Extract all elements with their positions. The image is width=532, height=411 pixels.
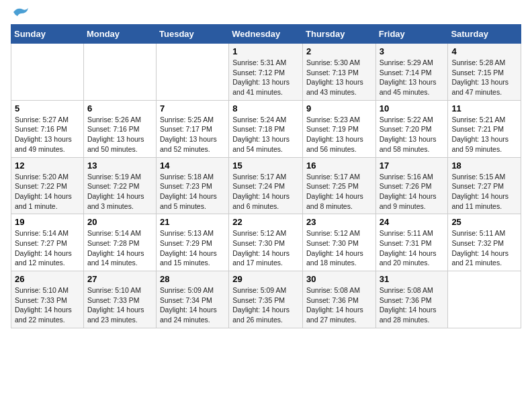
day-number: 19 [15,217,80,227]
day-cell: 8Sunrise: 5:24 AM Sunset: 7:18 PM Daylig… [229,100,303,157]
day-number: 21 [160,217,225,227]
day-cell [11,44,84,101]
day-number: 12 [15,161,80,171]
header-wednesday: Wednesday [229,25,303,44]
day-number: 4 [451,46,517,56]
header-sunday: Sunday [11,25,84,44]
day-cell: 4Sunrise: 5:28 AM Sunset: 7:15 PM Daylig… [448,44,521,101]
page-header [11,11,521,19]
day-number: 28 [160,274,225,284]
day-number: 16 [306,161,372,171]
day-detail: Sunrise: 5:12 AM Sunset: 7:30 PM Dayligh… [232,228,299,268]
day-cell: 12Sunrise: 5:20 AM Sunset: 7:22 PM Dayli… [11,157,84,214]
day-detail: Sunrise: 5:17 AM Sunset: 7:25 PM Dayligh… [306,172,372,212]
day-detail: Sunrise: 5:15 AM Sunset: 7:27 PM Dayligh… [451,172,517,212]
day-detail: Sunrise: 5:31 AM Sunset: 7:12 PM Dayligh… [232,58,299,97]
day-cell: 18Sunrise: 5:15 AM Sunset: 7:27 PM Dayli… [448,157,521,214]
day-detail: Sunrise: 5:21 AM Sunset: 7:21 PM Dayligh… [451,115,517,154]
day-cell: 16Sunrise: 5:17 AM Sunset: 7:25 PM Dayli… [303,157,376,214]
day-number: 8 [232,103,299,113]
day-number: 20 [87,217,152,227]
day-detail: Sunrise: 5:14 AM Sunset: 7:27 PM Dayligh… [15,228,80,268]
day-detail: Sunrise: 5:25 AM Sunset: 7:17 PM Dayligh… [160,115,225,154]
day-detail: Sunrise: 5:22 AM Sunset: 7:20 PM Dayligh… [380,115,445,154]
day-number: 2 [306,46,372,56]
day-cell: 2Sunrise: 5:30 AM Sunset: 7:13 PM Daylig… [303,44,376,101]
day-number: 30 [306,274,372,284]
day-cell: 9Sunrise: 5:23 AM Sunset: 7:19 PM Daylig… [303,100,376,157]
day-detail: Sunrise: 5:23 AM Sunset: 7:19 PM Dayligh… [306,115,372,154]
day-cell: 14Sunrise: 5:18 AM Sunset: 7:23 PM Dayli… [157,157,229,214]
day-detail: Sunrise: 5:16 AM Sunset: 7:26 PM Dayligh… [380,172,445,212]
day-detail: Sunrise: 5:09 AM Sunset: 7:35 PM Dayligh… [232,285,299,325]
day-number: 7 [160,103,225,113]
logo-icon [12,5,30,19]
week-row-1: 1Sunrise: 5:31 AM Sunset: 7:12 PM Daylig… [11,44,521,101]
day-detail: Sunrise: 5:30 AM Sunset: 7:13 PM Dayligh… [306,58,372,97]
day-number: 11 [451,103,517,113]
day-cell: 30Sunrise: 5:08 AM Sunset: 7:36 PM Dayli… [303,271,376,328]
day-detail: Sunrise: 5:08 AM Sunset: 7:36 PM Dayligh… [306,285,372,325]
day-detail: Sunrise: 5:20 AM Sunset: 7:22 PM Dayligh… [15,172,80,212]
day-cell: 11Sunrise: 5:21 AM Sunset: 7:21 PM Dayli… [448,100,521,157]
day-detail: Sunrise: 5:13 AM Sunset: 7:29 PM Dayligh… [160,228,225,268]
day-number: 17 [380,161,445,171]
day-detail: Sunrise: 5:19 AM Sunset: 7:22 PM Dayligh… [87,172,152,212]
day-number: 24 [380,217,445,227]
day-cell: 5Sunrise: 5:27 AM Sunset: 7:16 PM Daylig… [11,100,84,157]
header-tuesday: Tuesday [157,25,229,44]
day-number: 13 [87,161,152,171]
day-cell [157,44,229,101]
day-cell: 21Sunrise: 5:13 AM Sunset: 7:29 PM Dayli… [157,214,229,271]
header-saturday: Saturday [448,25,521,44]
day-cell: 19Sunrise: 5:14 AM Sunset: 7:27 PM Dayli… [11,214,84,271]
day-cell: 3Sunrise: 5:29 AM Sunset: 7:14 PM Daylig… [375,44,448,101]
header-thursday: Thursday [303,25,376,44]
day-detail: Sunrise: 5:08 AM Sunset: 7:36 PM Dayligh… [380,285,445,325]
day-detail: Sunrise: 5:18 AM Sunset: 7:23 PM Dayligh… [160,172,225,212]
day-detail: Sunrise: 5:26 AM Sunset: 7:16 PM Dayligh… [87,115,152,154]
week-row-4: 19Sunrise: 5:14 AM Sunset: 7:27 PM Dayli… [11,214,521,271]
day-cell: 17Sunrise: 5:16 AM Sunset: 7:26 PM Dayli… [375,157,448,214]
day-cell: 27Sunrise: 5:10 AM Sunset: 7:33 PM Dayli… [83,271,156,328]
day-detail: Sunrise: 5:27 AM Sunset: 7:16 PM Dayligh… [15,115,80,154]
day-number: 29 [232,274,299,284]
day-number: 5 [15,103,80,113]
calendar-table: SundayMondayTuesdayWednesdayThursdayFrid… [11,24,521,328]
day-number: 25 [451,217,517,227]
day-number: 23 [306,217,372,227]
day-number: 14 [160,161,225,171]
day-number: 1 [232,46,299,56]
day-detail: Sunrise: 5:09 AM Sunset: 7:34 PM Dayligh… [160,285,225,325]
day-detail: Sunrise: 5:12 AM Sunset: 7:30 PM Dayligh… [306,228,372,268]
day-detail: Sunrise: 5:11 AM Sunset: 7:31 PM Dayligh… [380,228,445,268]
day-number: 31 [380,274,445,284]
day-cell: 24Sunrise: 5:11 AM Sunset: 7:31 PM Dayli… [375,214,448,271]
day-detail: Sunrise: 5:10 AM Sunset: 7:33 PM Dayligh… [87,285,152,325]
day-cell: 29Sunrise: 5:09 AM Sunset: 7:35 PM Dayli… [229,271,303,328]
day-number: 10 [380,103,445,113]
day-number: 22 [232,217,299,227]
day-number: 27 [87,274,152,284]
day-detail: Sunrise: 5:14 AM Sunset: 7:28 PM Dayligh… [87,228,152,268]
day-number: 9 [306,103,372,113]
week-row-5: 26Sunrise: 5:10 AM Sunset: 7:33 PM Dayli… [11,271,521,328]
day-cell: 28Sunrise: 5:09 AM Sunset: 7:34 PM Dayli… [157,271,229,328]
day-detail: Sunrise: 5:24 AM Sunset: 7:18 PM Dayligh… [232,115,299,154]
day-cell: 1Sunrise: 5:31 AM Sunset: 7:12 PM Daylig… [229,44,303,101]
day-cell: 26Sunrise: 5:10 AM Sunset: 7:33 PM Dayli… [11,271,84,328]
day-cell [448,271,521,328]
day-detail: Sunrise: 5:10 AM Sunset: 7:33 PM Dayligh… [15,285,80,325]
day-cell: 23Sunrise: 5:12 AM Sunset: 7:30 PM Dayli… [303,214,376,271]
day-cell: 6Sunrise: 5:26 AM Sunset: 7:16 PM Daylig… [83,100,156,157]
day-cell: 15Sunrise: 5:17 AM Sunset: 7:24 PM Dayli… [229,157,303,214]
day-number: 3 [380,46,445,56]
logo [11,11,30,19]
day-cell: 25Sunrise: 5:11 AM Sunset: 7:32 PM Dayli… [448,214,521,271]
day-number: 18 [451,161,517,171]
day-cell: 20Sunrise: 5:14 AM Sunset: 7:28 PM Dayli… [83,214,156,271]
day-number: 6 [87,103,152,113]
day-detail: Sunrise: 5:29 AM Sunset: 7:14 PM Dayligh… [380,58,445,97]
day-number: 26 [15,274,80,284]
week-row-2: 5Sunrise: 5:27 AM Sunset: 7:16 PM Daylig… [11,100,521,157]
